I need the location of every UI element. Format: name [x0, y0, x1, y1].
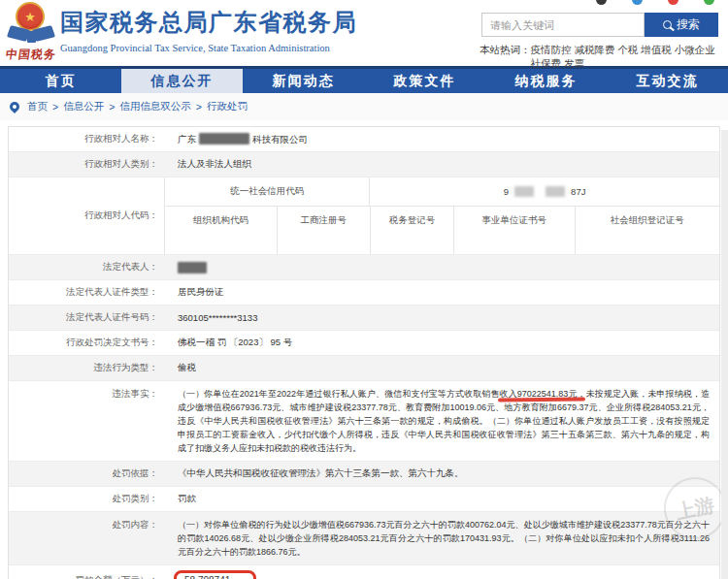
uscc-prefix: 9	[504, 186, 509, 197]
tab-policy[interactable]: 政策文件	[364, 69, 485, 93]
breadcrumb-separator: >	[52, 101, 58, 113]
tab-interaction[interactable]: 互动交流	[607, 69, 728, 93]
code-col-business: 工商注册号	[278, 207, 371, 254]
location-pin-icon	[8, 100, 21, 113]
table-row-fine-amount: 罚款金额（万元）： 58.708741	[9, 565, 719, 579]
breadcrumb: 首页 > 信息公开 > 信用信息双公示 > 行政处罚	[0, 93, 728, 120]
party-name-value: 广东科技有限公司	[164, 129, 719, 150]
row-label: 法定代表人：	[9, 261, 164, 273]
search-input[interactable]	[481, 13, 645, 37]
legal-rep-value	[164, 258, 719, 277]
party-name-prefix: 广东	[178, 134, 196, 145]
logo-caption: 中国税务	[5, 47, 57, 63]
app-icon[interactable]	[704, 0, 714, 5]
hot-words: 本站热词： 疫情防控 减税降费 个税 增值税 小微企业 社保费 发票	[480, 43, 718, 70]
breadcrumb-penalty[interactable]: 行政处罚	[207, 100, 248, 113]
site-title: 国家税务总局广东省税务局	[60, 7, 357, 38]
row-label: 法定代表人证件号码：	[9, 311, 164, 324]
row-label: 行政相对人类别：	[9, 158, 164, 171]
facts-value: （一）你单位在2021年至2022年通过银行私人账户、微信和支付宝等方式收取销售…	[164, 381, 719, 461]
penalty-type-value: 罚款	[164, 489, 719, 509]
row-label: 违法事实：	[9, 381, 164, 401]
redacted-text	[546, 186, 565, 197]
table-row-id-type: 法定代表人证件类型： 居民身份证	[9, 280, 719, 306]
row-label: 行政相对人代码：	[9, 177, 164, 254]
row-label: 处罚类别：	[9, 493, 164, 505]
scrollbar[interactable]	[721, 130, 728, 579]
row-label: 处罚内容：	[9, 512, 164, 531]
table-row-penalty-type: 处罚类别： 罚款	[9, 487, 719, 512]
tab-home[interactable]: 首页	[0, 69, 121, 93]
search-bar: 搜索	[481, 13, 718, 37]
hot-words-list[interactable]: 疫情防控 减税降费 个税 增值税 小微企业 社保费 发票	[531, 43, 719, 70]
id-type-value: 居民身份证	[164, 282, 719, 303]
site-header: ★ 中国税务 国家税务总局广东省税务局 Guangdong Provincial…	[0, 0, 728, 66]
table-row-name: 行政相对人名称： 广东科技有限公司	[9, 127, 719, 152]
top-quick-links	[596, 0, 714, 5]
wechat-icon[interactable]	[668, 0, 678, 5]
facts-part1: （一）你单位在2021年至2022年通过银行私人账户、微信和支付宝等方式收取销售	[178, 389, 500, 399]
tab-tax-service[interactable]: 纳税服务	[485, 69, 607, 93]
party-category-value: 法人及非法人组织	[164, 154, 719, 175]
table-row-id-number: 法定代表人证件号码： 360105********3133	[9, 306, 719, 331]
code-col-org: 组织机构代码	[165, 207, 278, 254]
breadcrumb-info[interactable]: 信息公开	[63, 100, 104, 113]
main-nav: 首页 信息公开 新闻动态 政策文件 纳税服务 互动交流	[0, 66, 728, 93]
code-subtable: 统一社会信用代码 987J 组织机构代码 工商注册号 税务登记号 事业单位证书号…	[164, 177, 719, 254]
penalty-content-value: （一）对你单位偷税的行为处以少缴增值税667936.73元百分之六十的罚款400…	[164, 512, 719, 564]
table-row-category: 行政相对人类别： 法人及非法人组织	[9, 152, 719, 177]
search-button-label: 搜索	[677, 16, 700, 33]
table-row-codes: 行政相对人代码： 统一社会信用代码 987J 组织机构代码 工商注册号 税务登记…	[9, 177, 719, 255]
breadcrumb-separator: >	[109, 101, 115, 113]
tax-bureau-logo: ★ 中国税务	[6, 2, 56, 63]
uscc-header: 统一社会信用代码	[165, 177, 370, 206]
party-name-suffix: 科技有限公司	[252, 134, 308, 145]
facts-highlighted-amount: 收入97022541.83元	[500, 389, 578, 399]
breadcrumb-home[interactable]: 首页	[27, 100, 48, 113]
tab-news[interactable]: 新闻动态	[243, 69, 364, 93]
hot-words-label: 本站热词：	[480, 43, 531, 70]
fine-amount-value: 58.708741	[164, 565, 719, 579]
doc-number-value: 佛税一稽 罚 〔2023〕 95 号	[164, 333, 719, 353]
table-row-facts: 违法事实： （一）你单位在2021年至2022年通过银行私人账户、微信和支付宝等…	[9, 381, 719, 462]
row-label: 罚款金额（万元）：	[9, 574, 164, 579]
weibo-icon[interactable]	[632, 0, 643, 5]
row-label: 行政相对人名称：	[9, 133, 164, 145]
search-icon	[663, 20, 672, 29]
table-row-violation-type: 违法行为类型： 偷税	[9, 356, 719, 381]
code-col-institution: 事业单位证书号	[454, 207, 575, 254]
row-label: 法定代表人证件类型：	[9, 286, 164, 299]
redacted-text	[178, 262, 207, 273]
breadcrumb-credit[interactable]: 信用信息双公示	[119, 100, 191, 113]
accessibility-icon[interactable]	[596, 0, 607, 5]
row-label: 行政处罚决定文书号：	[9, 337, 164, 349]
uscc-suffix: 87J	[571, 186, 585, 197]
redacted-text	[514, 186, 534, 197]
site-subtitle-en: Guangdong Provincial Tax Service, State …	[60, 43, 357, 53]
penalty-detail-table: 行政相对人名称： 广东科技有限公司 行政相对人类别： 法人及非法人组织 行政相对…	[8, 126, 720, 579]
breadcrumb-separator: >	[196, 101, 202, 113]
code-col-social-org: 社会组织登记证号	[576, 207, 719, 254]
row-label: 违法行为类型：	[9, 362, 164, 374]
uscc-value: 987J	[370, 177, 719, 206]
search-button[interactable]: 搜索	[645, 13, 718, 37]
table-row-penalty-content: 处罚内容： （一）对你单位偷税的行为处以少缴增值税667936.73元百分之六十…	[9, 512, 719, 565]
tab-info-disclosure[interactable]: 信息公开	[121, 69, 243, 93]
table-row-basis: 处罚依据： 《中华人民共和国税收征收管理法》第六十三条第一款、第六十九条。	[9, 462, 719, 487]
national-tax-emblem-icon: ★	[9, 2, 53, 45]
redacted-text	[199, 133, 249, 145]
row-label: 处罚依据：	[9, 467, 164, 480]
violation-type-value: 偷税	[164, 358, 719, 378]
table-row-legal-rep: 法定代表人：	[9, 255, 719, 280]
id-number-value: 360105********3133	[164, 308, 719, 327]
fine-amount-red-box: 58.708741	[174, 570, 256, 579]
title-block: 国家税务总局广东省税务局 Guangdong Provincial Tax Se…	[60, 7, 357, 53]
basis-value: 《中华人民共和国税收征收管理法》第六十三条第一款、第六十九条。	[164, 464, 719, 484]
code-col-tax-reg: 税务登记号	[371, 207, 454, 254]
table-row-doc-number: 行政处罚决定文书号： 佛税一稽 罚 〔2023〕 95 号	[9, 331, 719, 356]
